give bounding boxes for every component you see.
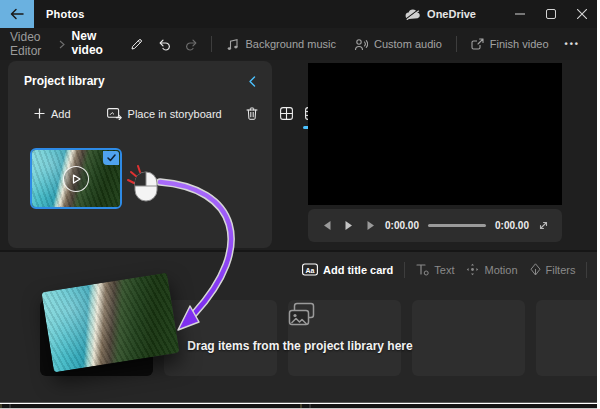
divider — [404, 262, 405, 278]
close-button[interactable] — [566, 0, 597, 28]
redo-icon — [185, 38, 199, 51]
elapsed-time: 0:00.00 — [382, 220, 422, 231]
breadcrumb-chevron-icon — [59, 40, 65, 49]
more-options-button[interactable]: ••• — [558, 35, 587, 53]
maximize-button[interactable] — [535, 0, 566, 28]
checkmark-icon — [107, 154, 116, 162]
window-controls — [504, 0, 597, 28]
onedrive-status[interactable]: OneDrive — [405, 8, 476, 20]
undo-icon — [157, 38, 171, 51]
breadcrumb-new-video[interactable]: New video — [72, 29, 110, 59]
motion-tool-button[interactable]: Motion — [460, 259, 523, 280]
onedrive-label: OneDrive — [427, 8, 476, 20]
storyboard-section: Aa Add title card Text Motion — [0, 250, 597, 403]
storyboard-slot-5[interactable] — [536, 300, 597, 376]
storyboard-delete-button[interactable] — [592, 259, 597, 280]
desktop-sliver — [0, 404, 597, 409]
undo-button[interactable] — [150, 34, 178, 55]
background-music-button[interactable]: Background music — [217, 33, 345, 56]
rename-project-button[interactable] — [123, 34, 150, 55]
expand-icon — [538, 220, 549, 231]
filters-tool-button[interactable]: Filters — [524, 259, 582, 280]
pencil-icon — [130, 38, 143, 51]
photos-app-window: Photos OneDrive Video Editor — [0, 0, 597, 403]
maximize-icon — [546, 9, 556, 19]
command-bar: Video Editor New video — [0, 28, 597, 60]
filters-icon — [530, 263, 541, 276]
library-clip-thumbnail[interactable] — [30, 148, 122, 209]
seek-bar[interactable] — [428, 224, 486, 227]
app-title: Photos — [46, 8, 84, 20]
project-library-title: Project library — [24, 74, 105, 88]
text-tool-icon — [416, 263, 429, 276]
more-dots-icon: ••• — [565, 39, 580, 49]
minimize-button[interactable] — [504, 0, 535, 28]
music-note-icon — [226, 38, 239, 51]
close-icon — [577, 9, 587, 19]
command-bar-actions: Background music Custom audio Finish vid… — [150, 33, 587, 56]
finish-video-button[interactable]: Finish video — [462, 33, 558, 56]
divider — [211, 36, 212, 52]
clip-selected-checkbox[interactable] — [103, 151, 119, 165]
add-title-card-button[interactable]: Aa Add title card — [296, 259, 399, 280]
place-in-storyboard-icon — [107, 108, 122, 120]
collapse-panel-chevron-icon[interactable] — [248, 76, 256, 87]
total-duration: 0:00.00 — [492, 220, 532, 231]
storyboard-toolbar: Aa Add title card Text Motion — [296, 259, 597, 280]
next-frame-button[interactable] — [360, 214, 382, 238]
back-button[interactable] — [0, 0, 34, 28]
play-icon — [344, 220, 354, 231]
add-button[interactable]: Add — [28, 104, 77, 124]
place-in-storyboard-button[interactable]: Place in storyboard — [101, 104, 228, 124]
large-grid-view-button[interactable] — [274, 103, 299, 124]
editor-main-area: Project library Add — [0, 60, 597, 250]
storyboard-slot-4[interactable] — [412, 300, 525, 376]
storyboard-slot-2[interactable] — [164, 300, 277, 376]
previous-frame-button[interactable] — [316, 214, 338, 238]
background-music-label: Background music — [245, 38, 336, 50]
play-overlay-icon — [63, 166, 89, 192]
next-frame-icon — [366, 220, 376, 231]
minimize-icon — [515, 9, 525, 19]
project-library-actions: Add Place in storyboard — [8, 103, 272, 124]
custom-audio-label: Custom audio — [374, 38, 442, 50]
library-delete-button[interactable] — [240, 103, 264, 124]
dragged-clip-thumbnail[interactable] — [41, 273, 179, 373]
project-library-header: Project library — [8, 61, 272, 88]
video-preview[interactable] — [308, 63, 562, 205]
title-bar: Photos OneDrive — [0, 0, 597, 28]
filters-tool-label: Filters — [546, 264, 576, 276]
svg-text:Aa: Aa — [306, 267, 315, 274]
divider — [456, 36, 457, 52]
onedrive-cloud-icon — [405, 9, 421, 20]
plus-icon — [34, 108, 45, 119]
playback-controls: 0:00.00 0:00.00 — [308, 209, 562, 242]
play-button[interactable] — [338, 214, 360, 238]
custom-audio-button[interactable]: Custom audio — [345, 33, 451, 56]
place-in-storyboard-label: Place in storyboard — [128, 108, 222, 120]
add-label: Add — [51, 108, 71, 120]
finish-video-label: Finish video — [490, 38, 549, 50]
divider — [586, 262, 587, 278]
trash-icon — [246, 107, 258, 120]
title-card-icon: Aa — [302, 263, 318, 276]
add-title-card-label: Add title card — [323, 264, 393, 276]
redo-button[interactable] — [178, 34, 206, 55]
text-tool-label: Text — [434, 264, 454, 276]
large-grid-icon — [280, 107, 293, 120]
custom-audio-icon — [354, 38, 368, 51]
text-tool-button[interactable]: Text — [410, 259, 460, 280]
motion-icon — [466, 263, 479, 276]
breadcrumb-video-editor[interactable]: Video Editor — [10, 30, 52, 58]
finish-video-icon — [471, 38, 484, 51]
project-library-panel: Project library Add — [8, 61, 272, 248]
previous-frame-icon — [322, 220, 332, 231]
back-arrow-icon — [10, 8, 24, 20]
fullscreen-button[interactable] — [532, 214, 554, 238]
motion-tool-label: Motion — [484, 264, 517, 276]
storyboard-slot-3[interactable] — [288, 300, 401, 376]
